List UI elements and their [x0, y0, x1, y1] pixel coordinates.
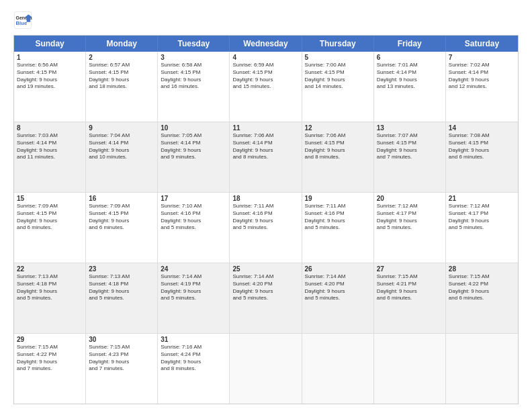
- calendar-cell-2: 2Sunrise: 6:57 AM Sunset: 4:15 PM Daylig…: [86, 52, 158, 122]
- calendar: SundayMondayTuesdayWednesdayThursdayFrid…: [13, 35, 519, 404]
- calendar-cell-4: 4Sunrise: 6:59 AM Sunset: 4:15 PM Daylig…: [230, 52, 302, 122]
- calendar-header: SundayMondayTuesdayWednesdayThursdayFrid…: [14, 36, 518, 52]
- calendar-cell-18: 18Sunrise: 7:11 AM Sunset: 4:16 PM Dayli…: [230, 193, 302, 263]
- calendar-cell-14: 14Sunrise: 7:08 AM Sunset: 4:15 PM Dayli…: [446, 122, 518, 192]
- day-number: 19: [305, 195, 371, 202]
- calendar-cell-8: 8Sunrise: 7:03 AM Sunset: 4:14 PM Daylig…: [14, 122, 86, 192]
- calendar-cell-16: 16Sunrise: 7:09 AM Sunset: 4:15 PM Dayli…: [86, 193, 158, 263]
- calendar-cell-17: 17Sunrise: 7:10 AM Sunset: 4:16 PM Dayli…: [158, 193, 230, 263]
- calendar-cell-19: 19Sunrise: 7:11 AM Sunset: 4:16 PM Dayli…: [302, 193, 374, 263]
- day-of-week-saturday: Saturday: [446, 36, 518, 52]
- calendar-cell-empty: [302, 334, 374, 404]
- day-number: 23: [89, 265, 154, 273]
- day-number: 4: [232, 54, 298, 61]
- calendar-cell-23: 23Sunrise: 7:13 AM Sunset: 4:18 PM Dayli…: [86, 263, 158, 333]
- calendar-row-1: 1Sunrise: 6:56 AM Sunset: 4:15 PM Daylig…: [14, 52, 518, 122]
- day-number: 22: [17, 265, 83, 273]
- calendar-cell-10: 10Sunrise: 7:05 AM Sunset: 4:14 PM Dayli…: [158, 122, 230, 192]
- cell-info: Sunrise: 7:11 AM Sunset: 4:16 PM Dayligh…: [305, 203, 371, 232]
- day-of-week-sunday: Sunday: [14, 36, 86, 52]
- calendar-page: General Blue SundayMondayTuesdayWednesda…: [0, 0, 532, 411]
- cell-info: Sunrise: 7:08 AM Sunset: 4:15 PM Dayligh…: [449, 132, 515, 161]
- day-number: 1: [17, 54, 83, 61]
- cell-info: Sunrise: 7:12 AM Sunset: 4:17 PM Dayligh…: [377, 203, 443, 232]
- day-number: 20: [377, 195, 443, 202]
- calendar-row-3: 15Sunrise: 7:09 AM Sunset: 4:15 PM Dayli…: [14, 192, 518, 263]
- day-number: 6: [377, 54, 443, 61]
- calendar-row-2: 8Sunrise: 7:03 AM Sunset: 4:14 PM Daylig…: [14, 122, 518, 192]
- calendar-cell-6: 6Sunrise: 7:01 AM Sunset: 4:14 PM Daylig…: [374, 52, 446, 122]
- day-number: 17: [161, 195, 226, 202]
- calendar-cell-21: 21Sunrise: 7:12 AM Sunset: 4:17 PM Dayli…: [446, 193, 518, 263]
- calendar-cell-13: 13Sunrise: 7:07 AM Sunset: 4:15 PM Dayli…: [374, 122, 446, 192]
- calendar-cell-30: 30Sunrise: 7:15 AM Sunset: 4:23 PM Dayli…: [86, 334, 158, 404]
- cell-info: Sunrise: 7:14 AM Sunset: 4:20 PM Dayligh…: [232, 273, 298, 302]
- cell-info: Sunrise: 7:13 AM Sunset: 4:18 PM Dayligh…: [17, 273, 83, 302]
- day-number: 30: [89, 336, 154, 343]
- cell-info: Sunrise: 7:09 AM Sunset: 4:15 PM Dayligh…: [17, 203, 83, 232]
- cell-info: Sunrise: 6:57 AM Sunset: 4:15 PM Dayligh…: [89, 62, 154, 91]
- day-number: 28: [449, 265, 515, 273]
- cell-info: Sunrise: 7:09 AM Sunset: 4:15 PM Dayligh…: [89, 203, 154, 232]
- calendar-cell-5: 5Sunrise: 7:00 AM Sunset: 4:15 PM Daylig…: [302, 52, 374, 122]
- day-number: 3: [161, 54, 226, 61]
- calendar-row-5: 29Sunrise: 7:15 AM Sunset: 4:22 PM Dayli…: [14, 333, 518, 404]
- day-of-week-friday: Friday: [374, 36, 446, 52]
- calendar-cell-24: 24Sunrise: 7:14 AM Sunset: 4:19 PM Dayli…: [158, 263, 230, 333]
- calendar-cell-empty: [446, 334, 518, 404]
- calendar-cell-28: 28Sunrise: 7:15 AM Sunset: 4:22 PM Dayli…: [446, 263, 518, 333]
- cell-info: Sunrise: 6:59 AM Sunset: 4:15 PM Dayligh…: [232, 62, 298, 91]
- cell-info: Sunrise: 7:16 AM Sunset: 4:24 PM Dayligh…: [161, 344, 226, 373]
- day-number: 29: [17, 336, 83, 343]
- calendar-cell-9: 9Sunrise: 7:04 AM Sunset: 4:14 PM Daylig…: [86, 122, 158, 192]
- day-number: 5: [305, 54, 371, 61]
- cell-info: Sunrise: 7:06 AM Sunset: 4:15 PM Dayligh…: [305, 132, 371, 161]
- calendar-cell-15: 15Sunrise: 7:09 AM Sunset: 4:15 PM Dayli…: [14, 193, 86, 263]
- cell-info: Sunrise: 7:13 AM Sunset: 4:18 PM Dayligh…: [89, 273, 154, 302]
- cell-info: Sunrise: 7:10 AM Sunset: 4:16 PM Dayligh…: [161, 203, 226, 232]
- calendar-cell-empty: [374, 334, 446, 404]
- cell-info: Sunrise: 7:01 AM Sunset: 4:14 PM Dayligh…: [377, 62, 443, 91]
- day-number: 26: [305, 265, 371, 273]
- day-number: 31: [161, 336, 226, 343]
- day-of-week-tuesday: Tuesday: [158, 36, 230, 52]
- cell-info: Sunrise: 6:58 AM Sunset: 4:15 PM Dayligh…: [161, 62, 226, 91]
- calendar-cell-22: 22Sunrise: 7:13 AM Sunset: 4:18 PM Dayli…: [14, 263, 86, 333]
- day-of-week-thursday: Thursday: [302, 36, 374, 52]
- day-number: 11: [232, 124, 298, 132]
- day-number: 8: [17, 124, 83, 132]
- calendar-cell-11: 11Sunrise: 7:06 AM Sunset: 4:14 PM Dayli…: [230, 122, 302, 192]
- day-number: 24: [161, 265, 226, 273]
- day-number: 10: [161, 124, 226, 132]
- cell-info: Sunrise: 7:15 AM Sunset: 4:23 PM Dayligh…: [89, 344, 154, 373]
- cell-info: Sunrise: 7:15 AM Sunset: 4:21 PM Dayligh…: [377, 273, 443, 302]
- cell-info: Sunrise: 7:15 AM Sunset: 4:22 PM Dayligh…: [449, 273, 515, 302]
- page-header: General Blue: [13, 11, 519, 30]
- calendar-cell-3: 3Sunrise: 6:58 AM Sunset: 4:15 PM Daylig…: [158, 52, 230, 122]
- cell-info: Sunrise: 6:56 AM Sunset: 4:15 PM Dayligh…: [17, 62, 83, 91]
- calendar-cell-12: 12Sunrise: 7:06 AM Sunset: 4:15 PM Dayli…: [302, 122, 374, 192]
- cell-info: Sunrise: 7:07 AM Sunset: 4:15 PM Dayligh…: [377, 132, 443, 161]
- day-number: 16: [89, 195, 154, 202]
- calendar-cell-1: 1Sunrise: 6:56 AM Sunset: 4:15 PM Daylig…: [14, 52, 86, 122]
- calendar-cell-20: 20Sunrise: 7:12 AM Sunset: 4:17 PM Dayli…: [374, 193, 446, 263]
- cell-info: Sunrise: 7:00 AM Sunset: 4:15 PM Dayligh…: [305, 62, 371, 91]
- calendar-cell-31: 31Sunrise: 7:16 AM Sunset: 4:24 PM Dayli…: [158, 334, 230, 404]
- calendar-cell-27: 27Sunrise: 7:15 AM Sunset: 4:21 PM Dayli…: [374, 263, 446, 333]
- day-number: 7: [449, 54, 515, 61]
- calendar-cell-empty: [230, 334, 302, 404]
- calendar-row-4: 22Sunrise: 7:13 AM Sunset: 4:18 PM Dayli…: [14, 263, 518, 333]
- calendar-cell-7: 7Sunrise: 7:02 AM Sunset: 4:14 PM Daylig…: [446, 52, 518, 122]
- day-number: 9: [89, 124, 154, 132]
- day-number: 18: [232, 195, 298, 202]
- cell-info: Sunrise: 7:05 AM Sunset: 4:14 PM Dayligh…: [161, 132, 226, 161]
- cell-info: Sunrise: 7:14 AM Sunset: 4:19 PM Dayligh…: [161, 273, 226, 302]
- cell-info: Sunrise: 7:04 AM Sunset: 4:14 PM Dayligh…: [89, 132, 154, 161]
- logo-icon: General Blue: [13, 11, 32, 30]
- day-number: 25: [232, 265, 298, 273]
- cell-info: Sunrise: 7:12 AM Sunset: 4:17 PM Dayligh…: [449, 203, 515, 232]
- cell-info: Sunrise: 7:03 AM Sunset: 4:14 PM Dayligh…: [17, 132, 83, 161]
- cell-info: Sunrise: 7:06 AM Sunset: 4:14 PM Dayligh…: [232, 132, 298, 161]
- day-number: 21: [449, 195, 515, 202]
- day-of-week-monday: Monday: [86, 36, 158, 52]
